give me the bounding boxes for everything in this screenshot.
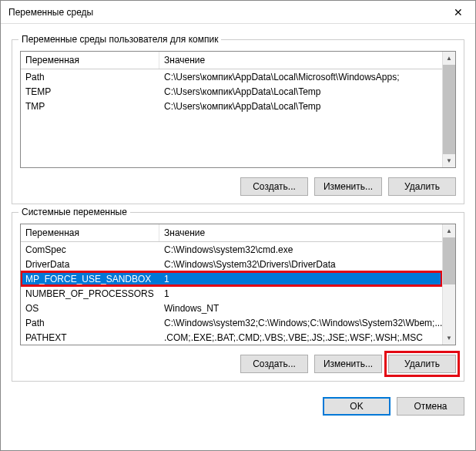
system-variables-legend: Системные переменные: [18, 207, 130, 217]
close-button[interactable]: ✕: [441, 1, 475, 24]
scrollbar-vertical[interactable]: ▲ ▼: [442, 52, 455, 167]
table-row[interactable]: Path C:\Users\компик\AppData\Local\Micro…: [21, 69, 442, 84]
cell-value: Windows_NT: [159, 301, 442, 315]
column-header-variable[interactable]: Переменная: [21, 224, 159, 241]
table-row[interactable]: TEMP C:\Users\компик\AppData\Local\Temp: [21, 84, 442, 99]
table-row-selected[interactable]: MP_FORCE_USE_SANDBOX 1: [21, 271, 442, 286]
scrollbar-vertical[interactable]: ▲ ▼: [442, 224, 455, 345]
cell-variable: NUMBER_OF_PROCESSORS: [21, 287, 159, 301]
column-header-value[interactable]: Значение: [159, 224, 455, 241]
table-header: Переменная Значение: [21, 224, 455, 242]
user-variables-table[interactable]: Переменная Значение Path C:\Users\компик…: [20, 51, 456, 168]
cancel-button[interactable]: Отмена: [397, 397, 464, 416]
dialog-title: Переменные среды: [8, 7, 93, 18]
system-variables-groupbox: Системные переменные Переменная Значение…: [12, 212, 464, 382]
scroll-up-arrow-icon[interactable]: ▲: [443, 224, 455, 237]
column-header-variable[interactable]: Переменная: [21, 52, 159, 69]
delete-button[interactable]: Удалить: [388, 177, 456, 196]
table-row[interactable]: TMP C:\Users\компик\AppData\Local\Temp: [21, 99, 442, 113]
scroll-down-arrow-icon[interactable]: ▼: [443, 154, 455, 167]
table-row[interactable]: NUMBER_OF_PROCESSORS 1: [21, 286, 442, 301]
user-variables-groupbox: Переменные среды пользователя для компик…: [12, 39, 464, 204]
scroll-down-arrow-icon[interactable]: ▼: [443, 332, 455, 345]
cell-variable: TEMP: [21, 85, 159, 99]
cell-value: C:\Windows\System32\Drivers\DriverData: [159, 257, 442, 271]
edit-button[interactable]: Изменить...: [314, 177, 382, 196]
cell-variable: ComSpec: [21, 243, 159, 257]
cell-value: C:\Users\компик\AppData\Local\Temp: [159, 85, 442, 99]
close-icon: ✕: [454, 6, 463, 19]
cell-value: .COM;.EXE;.BAT;.CMD;.VBS;.VBE;.JS;.JSE;.…: [159, 331, 442, 345]
system-buttons-row: Создать... Изменить... Удалить: [20, 355, 456, 373]
table-header: Переменная Значение: [21, 52, 455, 69]
titlebar: Переменные среды ✕: [1, 1, 475, 24]
scroll-track[interactable]: [443, 237, 455, 332]
cell-value: C:\Windows\system32\cmd.exe: [159, 243, 442, 257]
dialog-content: Переменные среды пользователя для компик…: [1, 24, 475, 388]
cell-variable: Path: [21, 316, 159, 330]
cell-variable: MP_FORCE_USE_SANDBOX: [21, 272, 159, 286]
cell-variable: Path: [21, 70, 159, 84]
cell-variable: TMP: [21, 99, 159, 113]
table-row[interactable]: PATHEXT .COM;.EXE;.BAT;.CMD;.VBS;.VBE;.J…: [21, 330, 442, 345]
delete-button[interactable]: Удалить: [388, 355, 456, 373]
scroll-thumb[interactable]: [443, 237, 455, 284]
cell-value: C:\Users\компик\AppData\Local\Temp: [159, 99, 442, 113]
table-row[interactable]: DriverData C:\Windows\System32\Drivers\D…: [21, 257, 442, 271]
cell-variable: PATHEXT: [21, 331, 159, 345]
system-table-body: ComSpec C:\Windows\system32\cmd.exe Driv…: [21, 242, 455, 345]
system-variables-table[interactable]: Переменная Значение ComSpec C:\Windows\s…: [20, 224, 456, 345]
cell-value: 1: [159, 287, 442, 301]
new-button[interactable]: Создать...: [240, 177, 308, 196]
edit-button[interactable]: Изменить...: [314, 355, 382, 373]
table-row[interactable]: Path C:\Windows\system32;C:\Windows;C:\W…: [21, 315, 442, 330]
cell-value: 1: [159, 272, 442, 286]
cell-value: C:\Windows\system32;C:\Windows;C:\Window…: [159, 316, 442, 330]
table-row[interactable]: ComSpec C:\Windows\system32\cmd.exe: [21, 242, 442, 257]
dialog-footer: OK Отмена: [1, 388, 475, 425]
table-row[interactable]: OS Windows_NT: [21, 301, 442, 315]
new-button[interactable]: Создать...: [240, 355, 308, 373]
user-buttons-row: Создать... Изменить... Удалить: [20, 177, 456, 196]
ok-button[interactable]: OK: [323, 397, 391, 416]
user-table-body: Path C:\Users\компик\AppData\Local\Micro…: [21, 69, 455, 113]
scroll-up-arrow-icon[interactable]: ▲: [443, 52, 455, 65]
column-header-value[interactable]: Значение: [159, 52, 455, 69]
cell-value: C:\Users\компик\AppData\Local\Microsoft\…: [159, 70, 442, 84]
cell-variable: OS: [21, 301, 159, 315]
cell-variable: DriverData: [21, 257, 159, 271]
scroll-thumb[interactable]: [443, 65, 455, 154]
user-variables-legend: Переменные среды пользователя для компик: [18, 34, 221, 45]
scroll-track[interactable]: [443, 65, 455, 154]
